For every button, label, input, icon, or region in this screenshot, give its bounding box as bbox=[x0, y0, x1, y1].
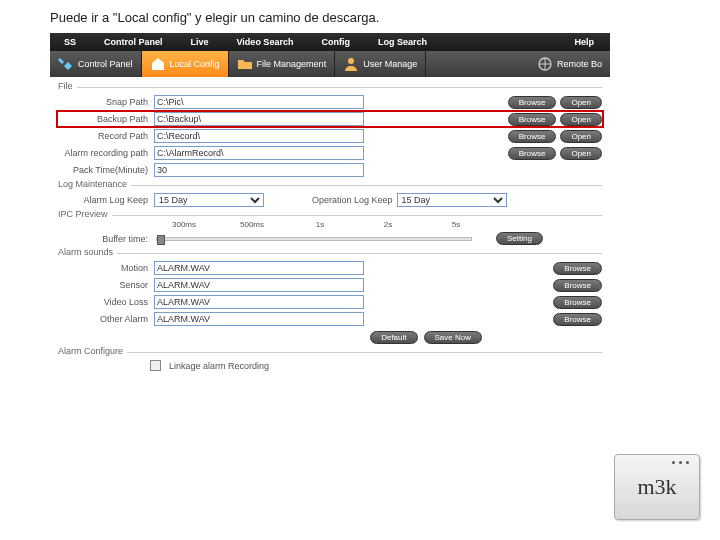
tab-label: Remote Bo bbox=[557, 59, 602, 69]
vloss-label: Video Loss bbox=[58, 297, 150, 307]
buffer-slider[interactable] bbox=[156, 237, 472, 241]
alarm-rec-label: Alarm recording path bbox=[58, 148, 150, 158]
tab-label: Local Config bbox=[170, 59, 220, 69]
backup-path-label: Backup Path bbox=[58, 114, 150, 124]
m3k-logo: m3k bbox=[614, 454, 700, 520]
tab-label: User Manage bbox=[363, 59, 417, 69]
linkage-label: Linkage alarm Recording bbox=[169, 361, 269, 371]
wrench-icon bbox=[58, 56, 74, 72]
menu-live[interactable]: Live bbox=[177, 37, 223, 47]
user-icon bbox=[343, 56, 359, 72]
buffer-label: Buffer time: bbox=[58, 234, 150, 244]
menu-video-search[interactable]: Video Search bbox=[223, 37, 308, 47]
ipc-mark-4: 5s bbox=[422, 220, 490, 229]
house-icon bbox=[150, 56, 166, 72]
vloss-input[interactable] bbox=[154, 295, 364, 309]
vloss-row: Video Loss Browse bbox=[58, 295, 602, 309]
alarm-rec-open-button[interactable]: Open bbox=[560, 147, 602, 160]
log-legend: Log Maintenance bbox=[58, 179, 131, 189]
ipc-mark-1: 500ms bbox=[218, 220, 286, 229]
logo-text: m3k bbox=[637, 474, 676, 500]
backup-open-button[interactable]: Open bbox=[560, 113, 602, 126]
ipc-mark-2: 1s bbox=[286, 220, 354, 229]
app-window: SS Control Panel Live Video Search Confi… bbox=[50, 33, 610, 383]
other-alarm-row: Other Alarm Browse bbox=[58, 312, 602, 326]
other-alarm-label: Other Alarm bbox=[58, 314, 150, 324]
ipc-fieldset: IPC Preview 300ms 500ms 1s 2s 5s Buffer … bbox=[58, 215, 602, 245]
motion-browse-button[interactable]: Browse bbox=[553, 262, 602, 275]
log-fieldset: Log Maintenance Alarm Log Keep 15 Day Op… bbox=[58, 185, 602, 207]
linkage-row: Linkage alarm Recording bbox=[58, 360, 602, 371]
record-path-label: Record Path bbox=[58, 131, 150, 141]
snap-path-label: Snap Path bbox=[58, 97, 150, 107]
globe-icon bbox=[537, 56, 553, 72]
alarm-cfg-legend: Alarm Configure bbox=[58, 346, 127, 356]
menu-config[interactable]: Config bbox=[307, 37, 364, 47]
menubar: SS Control Panel Live Video Search Confi… bbox=[50, 33, 610, 51]
record-open-button[interactable]: Open bbox=[560, 130, 602, 143]
motion-label: Motion bbox=[58, 263, 150, 273]
record-path-row: Record Path Browse Open bbox=[58, 129, 602, 143]
tab-file-management[interactable]: File Management bbox=[229, 51, 336, 77]
toolbar: Control Panel Local Config File Manageme… bbox=[50, 51, 610, 77]
slider-thumb-icon[interactable] bbox=[157, 235, 165, 245]
alarm-rec-input[interactable] bbox=[154, 146, 364, 160]
folder-icon bbox=[237, 56, 253, 72]
config-body: File Snap Path Browse Open Backup Path B… bbox=[50, 77, 610, 383]
sensor-label: Sensor bbox=[58, 280, 150, 290]
sensor-row: Sensor Browse bbox=[58, 278, 602, 292]
menu-help[interactable]: Help bbox=[560, 37, 610, 47]
tab-label: Control Panel bbox=[78, 59, 133, 69]
log-keep-row: Alarm Log Keep 15 Day Operation Log Keep… bbox=[58, 193, 602, 207]
snap-browse-button[interactable]: Browse bbox=[508, 96, 557, 109]
motion-input[interactable] bbox=[154, 261, 364, 275]
ipc-legend: IPC Preview bbox=[58, 209, 112, 219]
app-badge: SS bbox=[50, 37, 90, 47]
pack-time-label: Pack Time(Minute) bbox=[58, 165, 150, 175]
menu-control-panel[interactable]: Control Panel bbox=[90, 37, 177, 47]
alarm-rec-row: Alarm recording path Browse Open bbox=[58, 146, 602, 160]
snap-path-input[interactable] bbox=[154, 95, 364, 109]
other-alarm-browse-button[interactable]: Browse bbox=[553, 313, 602, 326]
sounds-fieldset: Alarm sounds Motion Browse Sensor Browse… bbox=[58, 253, 602, 344]
tab-local-config[interactable]: Local Config bbox=[142, 51, 229, 77]
sounds-legend: Alarm sounds bbox=[58, 247, 117, 257]
sounds-buttons: Default Save Now bbox=[58, 329, 482, 344]
alarm-rec-browse-button[interactable]: Browse bbox=[508, 147, 557, 160]
snap-open-button[interactable]: Open bbox=[560, 96, 602, 109]
snap-path-row: Snap Path Browse Open bbox=[58, 95, 602, 109]
alarm-log-keep-label: Alarm Log Keep bbox=[58, 195, 150, 205]
buffer-row: Buffer time: Setting bbox=[58, 232, 602, 245]
ipc-setting-button[interactable]: Setting bbox=[496, 232, 543, 245]
tab-control-panel[interactable]: Control Panel bbox=[50, 51, 142, 77]
other-alarm-input[interactable] bbox=[154, 312, 364, 326]
sensor-browse-button[interactable]: Browse bbox=[553, 279, 602, 292]
alarm-cfg-fieldset: Alarm Configure Linkage alarm Recording bbox=[58, 352, 602, 371]
sensor-input[interactable] bbox=[154, 278, 364, 292]
tab-label: File Management bbox=[257, 59, 327, 69]
logo-dots-icon bbox=[672, 461, 689, 464]
ipc-mark-0: 300ms bbox=[150, 220, 218, 229]
vloss-browse-button[interactable]: Browse bbox=[553, 296, 602, 309]
file-legend: File bbox=[58, 81, 77, 91]
record-path-input[interactable] bbox=[154, 129, 364, 143]
pack-time-input[interactable] bbox=[154, 163, 364, 177]
linkage-checkbox[interactable] bbox=[150, 360, 161, 371]
default-button[interactable]: Default bbox=[370, 331, 417, 344]
caption-text: Puede ir a "Local config" y elegir un ca… bbox=[0, 0, 720, 33]
ipc-mark-3: 2s bbox=[354, 220, 422, 229]
op-log-keep-label: Operation Log Keep bbox=[312, 195, 393, 205]
tab-remote[interactable]: Remote Bo bbox=[529, 51, 610, 77]
tab-user-manage[interactable]: User Manage bbox=[335, 51, 426, 77]
record-browse-button[interactable]: Browse bbox=[508, 130, 557, 143]
backup-path-row: Backup Path Browse Open bbox=[58, 112, 602, 126]
backup-browse-button[interactable]: Browse bbox=[508, 113, 557, 126]
alarm-log-keep-select[interactable]: 15 Day bbox=[154, 193, 264, 207]
backup-path-input[interactable] bbox=[154, 112, 364, 126]
menu-log-search[interactable]: Log Search bbox=[364, 37, 441, 47]
save-now-button[interactable]: Save Now bbox=[424, 331, 482, 344]
op-log-keep-select[interactable]: 15 Day bbox=[397, 193, 507, 207]
pack-time-row: Pack Time(Minute) bbox=[58, 163, 602, 177]
ipc-marks: 300ms 500ms 1s 2s 5s bbox=[150, 220, 490, 229]
file-fieldset: File Snap Path Browse Open Backup Path B… bbox=[58, 87, 602, 177]
